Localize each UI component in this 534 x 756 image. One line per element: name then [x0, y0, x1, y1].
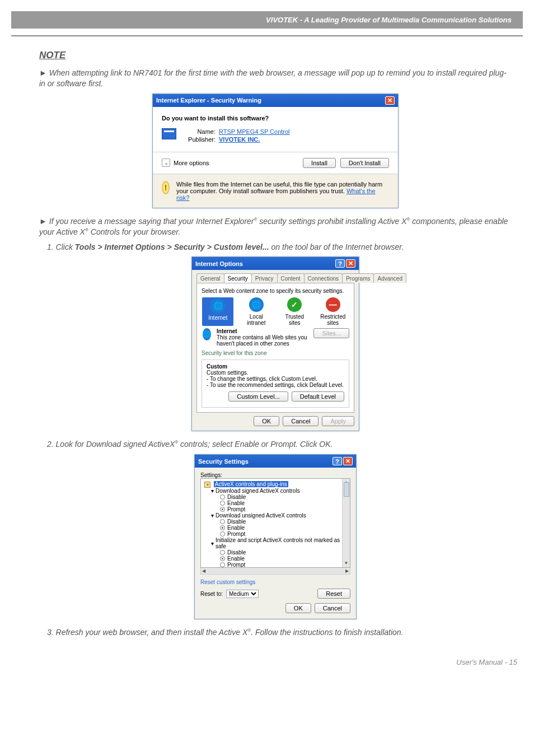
activex-icon: ▾	[204, 482, 210, 488]
radio-enable[interactable]: Enable	[220, 500, 350, 506]
zone-name: Internet	[217, 328, 237, 334]
close-icon[interactable]: ✕	[343, 457, 353, 465]
scroll-left-icon[interactable]: ◀	[202, 568, 205, 573]
ok-button[interactable]: OK	[254, 416, 279, 426]
activex-icon: ▾	[211, 512, 214, 519]
group-activex[interactable]: ActiveX controls and plug-ins	[214, 481, 288, 487]
reset-to-select[interactable]: Medium	[226, 590, 259, 598]
tab-privacy[interactable]: Privacy	[251, 273, 278, 283]
cancel-button[interactable]: Cancel	[283, 416, 318, 426]
radio-enable[interactable]: Enable	[220, 556, 350, 562]
zone-instruction: Select a Web content zone to specify its…	[202, 288, 349, 294]
globe-icon: 🌐	[210, 298, 225, 313]
tab-connections[interactable]: Connections	[304, 273, 343, 283]
dont-install-button[interactable]: Don't Install	[340, 158, 389, 168]
dialog-title: Internet Options	[195, 260, 243, 267]
header-banner: VIVOTEK - A Leading Provider of Multimed…	[11, 11, 523, 29]
check-icon: ✓	[287, 297, 302, 312]
page-footer: User's Manual - 15	[0, 641, 534, 666]
item-download-signed: Download signed ActiveX controls	[216, 488, 300, 494]
horizontal-scrollbar[interactable]: ◀ ▶	[200, 568, 350, 575]
globe-icon: 🌐	[203, 328, 211, 340]
activex-icon: ▾	[211, 540, 214, 547]
security-warning-dialog: Internet Explorer - Security Warning ✕ D…	[152, 94, 399, 208]
warning-text: While files from the Internet can be use…	[176, 181, 389, 201]
more-options-label: More options	[174, 160, 209, 166]
dialog-title: Internet Explorer - Security Warning	[156, 97, 261, 104]
software-name-link[interactable]: RTSP MPEG4 SP Control	[219, 128, 290, 135]
reset-button[interactable]: Reset	[317, 589, 350, 599]
zone-desc: This zone contains all Web sites you hav…	[217, 334, 307, 347]
publisher-label: Publisher:	[183, 136, 216, 143]
step-2: 2. Look for Download signed ActiveX® con…	[47, 439, 512, 450]
scroll-thumb[interactable]	[344, 482, 349, 497]
tabs: General Security Privacy Content Connect…	[196, 273, 354, 283]
tab-general[interactable]: General	[196, 273, 224, 283]
security-level-box: Custom Custom settings. - To change the …	[202, 360, 349, 408]
activex-bullet: ► If you receive a message saying that y…	[39, 216, 512, 237]
warning-shield-icon: !	[162, 181, 170, 194]
security-settings-dialog: Security Settings ? ✕ Settings: ▾ Active…	[194, 454, 357, 619]
app-icon	[162, 128, 176, 139]
radio-disable[interactable]: Disable	[220, 519, 350, 525]
stop-icon: —	[326, 297, 340, 312]
tab-advanced[interactable]: Advanced	[373, 273, 406, 283]
activex-icon: ▾	[211, 488, 214, 494]
close-icon[interactable]: ✕	[385, 96, 395, 105]
item-download-unsigned: Download unsigned ActiveX controls	[216, 512, 306, 519]
radio-enable[interactable]: Enable	[220, 525, 350, 531]
custom-heading: Custom	[207, 363, 227, 370]
internet-options-dialog: Internet Options ? ✕ General Security Pr…	[191, 256, 359, 431]
close-icon[interactable]: ✕	[346, 259, 355, 268]
intro-bullet: ► When attempting link to NR7401 for the…	[39, 68, 512, 89]
install-button[interactable]: Install	[303, 158, 336, 168]
titlebar: Internet Options ? ✕	[192, 257, 359, 270]
zone-internet[interactable]: 🌐 Internet	[202, 297, 233, 326]
zone-local-intranet[interactable]: 🌐 Local intranet	[241, 297, 272, 326]
horizontal-rule	[11, 35, 523, 36]
radio-disable[interactable]: Disable	[220, 494, 350, 500]
content-area: NOTE ► When attempting link to NR7401 fo…	[0, 50, 534, 638]
page: VIVOTEK - A Leading Provider of Multimed…	[0, 11, 534, 683]
tab-security[interactable]: Security	[224, 273, 252, 283]
custom-line3: - To use the recommended settings, click…	[207, 382, 344, 388]
step-1: 1. Click Tools > Internet Options > Secu…	[47, 242, 512, 253]
more-options-toggle[interactable]: ⌄ More options	[162, 158, 209, 167]
custom-level-button[interactable]: Custom Level...	[228, 391, 288, 402]
chevron-down-icon: ⌄	[162, 158, 170, 167]
reset-to-label: Reset to:	[200, 591, 223, 597]
titlebar: Security Settings ? ✕	[195, 455, 356, 468]
help-icon[interactable]: ?	[335, 259, 345, 268]
globe-icon: 🌐	[249, 297, 264, 312]
vertical-scrollbar[interactable]: ▲ ▼	[342, 479, 350, 567]
step-3: 3. Refresh your web browser, and then in…	[47, 627, 512, 638]
dialog-title: Security Settings	[198, 458, 249, 465]
sites-button[interactable]: Sites...	[313, 328, 349, 338]
scroll-down-icon[interactable]: ▼	[344, 559, 349, 567]
item-init-script: Initialize and script ActiveX controls n…	[216, 537, 350, 549]
default-level-button[interactable]: Default Level	[292, 391, 344, 402]
help-icon[interactable]: ?	[332, 457, 342, 465]
radio-disable[interactable]: Disable	[220, 549, 350, 556]
apply-button[interactable]: Apply	[322, 416, 354, 426]
settings-label: Settings:	[200, 472, 350, 478]
radio-prompt[interactable]: Prompt	[220, 562, 350, 568]
radio-prompt[interactable]: Prompt	[220, 531, 350, 537]
tab-content[interactable]: Content	[277, 273, 305, 283]
custom-line2: - To change the settings, click Custom L…	[207, 376, 317, 382]
note-heading: NOTE	[39, 50, 512, 61]
scroll-right-icon[interactable]: ▶	[345, 568, 349, 573]
security-level-heading: Security level for this zone	[202, 350, 349, 356]
reset-heading: Reset custom settings	[200, 579, 350, 585]
settings-listbox[interactable]: ▾ ActiveX controls and plug-ins ▾ Downlo…	[200, 478, 350, 568]
radio-prompt[interactable]: Prompt	[220, 506, 350, 512]
publisher-link[interactable]: VIVOTEK INC.	[219, 136, 260, 143]
ok-button[interactable]: OK	[285, 603, 311, 613]
cancel-button[interactable]: Cancel	[315, 603, 350, 613]
titlebar: Internet Explorer - Security Warning ✕	[153, 94, 398, 107]
custom-line1: Custom settings.	[207, 370, 248, 376]
zone-restricted-sites[interactable]: — Restricted sites	[317, 297, 349, 326]
install-question: Do you want to install this software?	[162, 115, 389, 122]
tab-programs[interactable]: Programs	[342, 273, 374, 283]
zone-trusted-sites[interactable]: ✓ Trusted sites	[279, 297, 310, 326]
